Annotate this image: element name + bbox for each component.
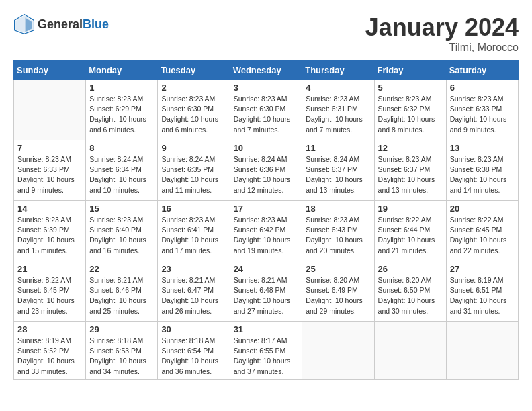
day-number: 11 xyxy=(306,143,370,153)
day-info: Sunrise: 8:24 AMSunset: 6:36 PMDaylight:… xyxy=(234,154,299,195)
day-info: Sunrise: 8:22 AMSunset: 6:44 PMDaylight:… xyxy=(378,215,443,256)
calendar-cell: 1Sunrise: 8:23 AMSunset: 6:29 PMDaylight… xyxy=(86,80,158,140)
day-info: Sunrise: 8:19 AMSunset: 6:51 PMDaylight:… xyxy=(450,275,515,316)
day-number: 5 xyxy=(378,83,443,93)
calendar-cell: 21Sunrise: 8:22 AMSunset: 6:45 PMDayligh… xyxy=(14,261,86,322)
calendar-cell: 16Sunrise: 8:23 AMSunset: 6:41 PMDayligh… xyxy=(158,201,230,261)
title-block: January 2024 Tilmi, Morocco xyxy=(365,13,519,54)
calendar-cell: 23Sunrise: 8:21 AMSunset: 6:47 PMDayligh… xyxy=(158,261,230,322)
calendar-cell: 17Sunrise: 8:23 AMSunset: 6:42 PMDayligh… xyxy=(230,201,302,261)
calendar-cell xyxy=(374,322,446,380)
calendar-cell: 6Sunrise: 8:23 AMSunset: 6:33 PMDaylight… xyxy=(446,80,518,140)
week-row: 21Sunrise: 8:22 AMSunset: 6:45 PMDayligh… xyxy=(14,261,519,322)
day-number: 3 xyxy=(234,83,299,93)
week-row: 14Sunrise: 8:23 AMSunset: 6:39 PMDayligh… xyxy=(14,201,519,261)
day-number: 16 xyxy=(161,203,226,214)
logo-text: GeneralBlue xyxy=(38,17,109,32)
day-number: 28 xyxy=(17,324,82,334)
location-title: Tilmi, Morocco xyxy=(365,42,519,54)
day-info: Sunrise: 8:24 AMSunset: 6:34 PMDaylight:… xyxy=(89,154,154,195)
calendar-cell: 25Sunrise: 8:20 AMSunset: 6:49 PMDayligh… xyxy=(302,261,374,322)
day-info: Sunrise: 8:21 AMSunset: 6:46 PMDaylight:… xyxy=(89,275,154,316)
day-info: Sunrise: 8:21 AMSunset: 6:47 PMDaylight:… xyxy=(161,275,226,316)
day-number: 15 xyxy=(89,203,154,214)
weekday-header-row: SundayMondayTuesdayWednesdayThursdayFrid… xyxy=(14,61,519,80)
calendar-table: SundayMondayTuesdayWednesdayThursdayFrid… xyxy=(13,60,519,380)
calendar-cell: 9Sunrise: 8:24 AMSunset: 6:35 PMDaylight… xyxy=(158,140,230,201)
weekday-header: Thursday xyxy=(302,61,374,80)
calendar-cell: 29Sunrise: 8:18 AMSunset: 6:53 PMDayligh… xyxy=(86,322,158,380)
weekday-header: Friday xyxy=(374,61,446,80)
calendar-cell: 4Sunrise: 8:23 AMSunset: 6:31 PMDaylight… xyxy=(302,80,374,140)
day-number: 25 xyxy=(306,264,370,274)
day-info: Sunrise: 8:23 AMSunset: 6:40 PMDaylight:… xyxy=(89,215,154,256)
day-number: 27 xyxy=(450,264,515,274)
day-number: 23 xyxy=(161,264,226,274)
calendar-cell: 30Sunrise: 8:18 AMSunset: 6:54 PMDayligh… xyxy=(158,322,230,380)
weekday-header: Tuesday xyxy=(158,61,230,80)
day-info: Sunrise: 8:23 AMSunset: 6:33 PMDaylight:… xyxy=(450,94,515,135)
week-row: 28Sunrise: 8:19 AMSunset: 6:52 PMDayligh… xyxy=(14,322,519,380)
calendar-cell xyxy=(302,322,374,380)
day-info: Sunrise: 8:23 AMSunset: 6:37 PMDaylight:… xyxy=(378,154,443,195)
day-info: Sunrise: 8:23 AMSunset: 6:39 PMDaylight:… xyxy=(17,215,82,256)
day-number: 17 xyxy=(234,203,299,214)
weekday-header: Monday xyxy=(86,61,158,80)
day-info: Sunrise: 8:23 AMSunset: 6:33 PMDaylight:… xyxy=(17,154,82,195)
calendar-cell: 20Sunrise: 8:22 AMSunset: 6:45 PMDayligh… xyxy=(446,201,518,261)
day-info: Sunrise: 8:18 AMSunset: 6:53 PMDaylight:… xyxy=(89,336,154,377)
day-number: 10 xyxy=(234,143,299,153)
day-info: Sunrise: 8:23 AMSunset: 6:31 PMDaylight:… xyxy=(306,94,370,135)
weekday-header: Saturday xyxy=(446,61,518,80)
day-info: Sunrise: 8:24 AMSunset: 6:35 PMDaylight:… xyxy=(161,154,226,195)
page-header: GeneralBlue January 2024 Tilmi, Morocco xyxy=(13,13,519,54)
day-number: 22 xyxy=(89,264,154,274)
calendar-cell: 8Sunrise: 8:24 AMSunset: 6:34 PMDaylight… xyxy=(86,140,158,201)
calendar-cell: 12Sunrise: 8:23 AMSunset: 6:37 PMDayligh… xyxy=(374,140,446,201)
day-info: Sunrise: 8:23 AMSunset: 6:30 PMDaylight:… xyxy=(234,94,299,135)
calendar-cell: 13Sunrise: 8:23 AMSunset: 6:38 PMDayligh… xyxy=(446,140,518,201)
calendar-cell xyxy=(14,80,86,140)
day-info: Sunrise: 8:23 AMSunset: 6:41 PMDaylight:… xyxy=(161,215,226,256)
day-number: 8 xyxy=(89,143,154,153)
day-info: Sunrise: 8:21 AMSunset: 6:48 PMDaylight:… xyxy=(234,275,299,316)
logo-general: General xyxy=(38,17,83,31)
month-title: January 2024 xyxy=(365,13,519,42)
day-info: Sunrise: 8:18 AMSunset: 6:54 PMDaylight:… xyxy=(161,336,226,377)
day-number: 12 xyxy=(378,143,443,153)
day-info: Sunrise: 8:17 AMSunset: 6:55 PMDaylight:… xyxy=(234,336,299,377)
day-number: 4 xyxy=(306,83,370,93)
day-info: Sunrise: 8:20 AMSunset: 6:50 PMDaylight:… xyxy=(378,275,443,316)
day-info: Sunrise: 8:22 AMSunset: 6:45 PMDaylight:… xyxy=(450,215,515,256)
day-number: 30 xyxy=(161,324,226,334)
day-number: 21 xyxy=(17,264,82,274)
calendar-cell: 5Sunrise: 8:23 AMSunset: 6:32 PMDaylight… xyxy=(374,80,446,140)
day-info: Sunrise: 8:22 AMSunset: 6:45 PMDaylight:… xyxy=(17,275,82,316)
week-row: 7Sunrise: 8:23 AMSunset: 6:33 PMDaylight… xyxy=(14,140,519,201)
day-info: Sunrise: 8:23 AMSunset: 6:38 PMDaylight:… xyxy=(450,154,515,195)
logo-icon xyxy=(13,13,35,35)
day-number: 18 xyxy=(306,203,370,214)
calendar-cell: 18Sunrise: 8:23 AMSunset: 6:43 PMDayligh… xyxy=(302,201,374,261)
calendar-cell: 28Sunrise: 8:19 AMSunset: 6:52 PMDayligh… xyxy=(14,322,86,380)
day-number: 7 xyxy=(17,143,82,153)
calendar-cell: 14Sunrise: 8:23 AMSunset: 6:39 PMDayligh… xyxy=(14,201,86,261)
day-number: 14 xyxy=(17,203,82,214)
day-number: 24 xyxy=(234,264,299,274)
day-number: 6 xyxy=(450,83,515,93)
calendar-cell: 11Sunrise: 8:24 AMSunset: 6:37 PMDayligh… xyxy=(302,140,374,201)
calendar-cell: 15Sunrise: 8:23 AMSunset: 6:40 PMDayligh… xyxy=(86,201,158,261)
calendar-cell: 3Sunrise: 8:23 AMSunset: 6:30 PMDaylight… xyxy=(230,80,302,140)
calendar-cell xyxy=(446,322,518,380)
day-info: Sunrise: 8:19 AMSunset: 6:52 PMDaylight:… xyxy=(17,336,82,377)
day-info: Sunrise: 8:23 AMSunset: 6:42 PMDaylight:… xyxy=(234,215,299,256)
day-info: Sunrise: 8:24 AMSunset: 6:37 PMDaylight:… xyxy=(306,154,370,195)
day-number: 29 xyxy=(89,324,154,334)
day-info: Sunrise: 8:23 AMSunset: 6:43 PMDaylight:… xyxy=(306,215,370,256)
calendar-cell: 19Sunrise: 8:22 AMSunset: 6:44 PMDayligh… xyxy=(374,201,446,261)
calendar-cell: 27Sunrise: 8:19 AMSunset: 6:51 PMDayligh… xyxy=(446,261,518,322)
calendar-cell: 2Sunrise: 8:23 AMSunset: 6:30 PMDaylight… xyxy=(158,80,230,140)
day-number: 26 xyxy=(378,264,443,274)
day-number: 1 xyxy=(89,83,154,93)
week-row: 1Sunrise: 8:23 AMSunset: 6:29 PMDaylight… xyxy=(14,80,519,140)
